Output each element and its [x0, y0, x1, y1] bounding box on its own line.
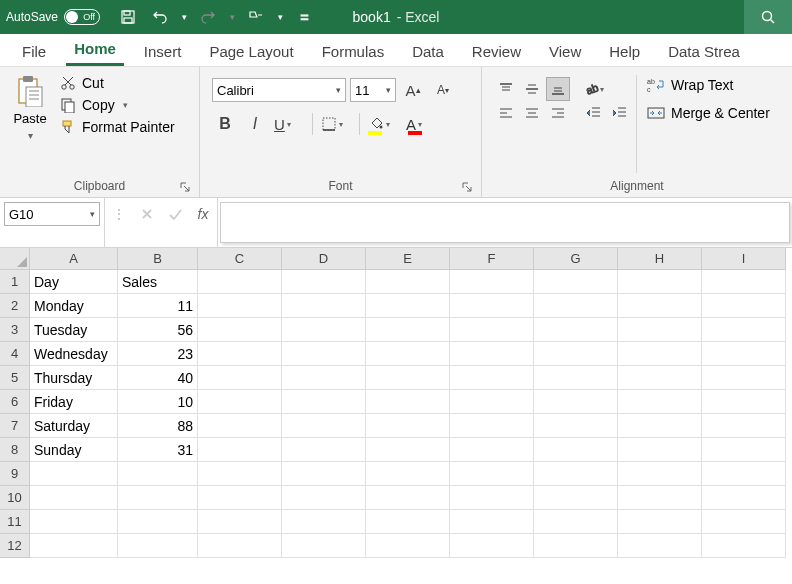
- cell-B1[interactable]: Sales: [118, 270, 198, 294]
- tab-file[interactable]: File: [14, 37, 54, 66]
- cell-E10[interactable]: [366, 486, 450, 510]
- cell-D5[interactable]: [282, 366, 366, 390]
- cell-I1[interactable]: [702, 270, 786, 294]
- tab-home[interactable]: Home: [66, 34, 124, 66]
- search-button[interactable]: [744, 0, 792, 34]
- autosave-toggle[interactable]: AutoSave Off: [6, 9, 100, 25]
- cell-D7[interactable]: [282, 414, 366, 438]
- cell-E5[interactable]: [366, 366, 450, 390]
- bold-button[interactable]: B: [212, 111, 238, 137]
- row-header-11[interactable]: 11: [0, 510, 30, 534]
- cell-B8[interactable]: 31: [118, 438, 198, 462]
- undo-icon[interactable]: [146, 3, 174, 31]
- cell-H9[interactable]: [618, 462, 702, 486]
- column-header-A[interactable]: A: [30, 248, 118, 270]
- cell-E9[interactable]: [366, 462, 450, 486]
- cell-G7[interactable]: [534, 414, 618, 438]
- tab-view[interactable]: View: [541, 37, 589, 66]
- orientation-icon[interactable]: ab▾: [582, 77, 606, 101]
- cell-G5[interactable]: [534, 366, 618, 390]
- cell-B7[interactable]: 88: [118, 414, 198, 438]
- cell-E12[interactable]: [366, 534, 450, 558]
- cell-E8[interactable]: [366, 438, 450, 462]
- row-header-2[interactable]: 2: [0, 294, 30, 318]
- cell-D3[interactable]: [282, 318, 366, 342]
- underline-button[interactable]: U▾: [272, 111, 306, 137]
- cell-F9[interactable]: [450, 462, 534, 486]
- increase-font-icon[interactable]: A▴: [400, 77, 426, 103]
- row-header-3[interactable]: 3: [0, 318, 30, 342]
- cell-E6[interactable]: [366, 390, 450, 414]
- cell-D11[interactable]: [282, 510, 366, 534]
- cell-G8[interactable]: [534, 438, 618, 462]
- cell-C12[interactable]: [198, 534, 282, 558]
- paste-dropdown-icon[interactable]: ▾: [28, 130, 33, 141]
- cell-D1[interactable]: [282, 270, 366, 294]
- cell-E11[interactable]: [366, 510, 450, 534]
- tab-data[interactable]: Data: [404, 37, 452, 66]
- cell-C10[interactable]: [198, 486, 282, 510]
- row-header-12[interactable]: 12: [0, 534, 30, 558]
- cell-E3[interactable]: [366, 318, 450, 342]
- cell-D4[interactable]: [282, 342, 366, 366]
- cell-H3[interactable]: [618, 318, 702, 342]
- cell-C4[interactable]: [198, 342, 282, 366]
- cell-A7[interactable]: Saturday: [30, 414, 118, 438]
- cell-F12[interactable]: [450, 534, 534, 558]
- cell-H8[interactable]: [618, 438, 702, 462]
- align-left-icon[interactable]: [494, 101, 518, 125]
- cell-F2[interactable]: [450, 294, 534, 318]
- cell-C8[interactable]: [198, 438, 282, 462]
- cell-H2[interactable]: [618, 294, 702, 318]
- cell-A8[interactable]: Sunday: [30, 438, 118, 462]
- tab-page-layout[interactable]: Page Layout: [201, 37, 301, 66]
- cell-B10[interactable]: [118, 486, 198, 510]
- touch-dropdown-icon[interactable]: ▾: [274, 3, 286, 31]
- column-header-H[interactable]: H: [618, 248, 702, 270]
- cell-D6[interactable]: [282, 390, 366, 414]
- cell-B11[interactable]: [118, 510, 198, 534]
- cell-F7[interactable]: [450, 414, 534, 438]
- cell-D10[interactable]: [282, 486, 366, 510]
- cell-A4[interactable]: Wednesday: [30, 342, 118, 366]
- cell-B12[interactable]: [118, 534, 198, 558]
- cell-H7[interactable]: [618, 414, 702, 438]
- column-header-F[interactable]: F: [450, 248, 534, 270]
- cell-I3[interactable]: [702, 318, 786, 342]
- cancel-formula-icon[interactable]: [133, 202, 161, 226]
- cell-A1[interactable]: Day: [30, 270, 118, 294]
- cell-G12[interactable]: [534, 534, 618, 558]
- format-painter-button[interactable]: Format Painter: [60, 119, 175, 135]
- cell-F10[interactable]: [450, 486, 534, 510]
- cell-B4[interactable]: 23: [118, 342, 198, 366]
- cell-D8[interactable]: [282, 438, 366, 462]
- cell-G6[interactable]: [534, 390, 618, 414]
- cell-H11[interactable]: [618, 510, 702, 534]
- cell-C11[interactable]: [198, 510, 282, 534]
- row-header-9[interactable]: 9: [0, 462, 30, 486]
- column-header-B[interactable]: B: [118, 248, 198, 270]
- row-header-5[interactable]: 5: [0, 366, 30, 390]
- tab-insert[interactable]: Insert: [136, 37, 190, 66]
- cell-H5[interactable]: [618, 366, 702, 390]
- redo-dropdown-icon[interactable]: ▾: [226, 3, 238, 31]
- row-header-1[interactable]: 1: [0, 270, 30, 294]
- save-icon[interactable]: [114, 3, 142, 31]
- cell-I10[interactable]: [702, 486, 786, 510]
- cell-F8[interactable]: [450, 438, 534, 462]
- cell-F6[interactable]: [450, 390, 534, 414]
- column-header-E[interactable]: E: [366, 248, 450, 270]
- cell-H4[interactable]: [618, 342, 702, 366]
- align-middle-icon[interactable]: [520, 77, 544, 101]
- cell-I12[interactable]: [702, 534, 786, 558]
- cell-E4[interactable]: [366, 342, 450, 366]
- cell-H10[interactable]: [618, 486, 702, 510]
- cell-G3[interactable]: [534, 318, 618, 342]
- cell-D12[interactable]: [282, 534, 366, 558]
- column-header-D[interactable]: D: [282, 248, 366, 270]
- borders-button[interactable]: ▾: [319, 111, 353, 137]
- decrease-font-icon[interactable]: A▾: [430, 77, 456, 103]
- italic-button[interactable]: I: [242, 111, 268, 137]
- font-size-selector[interactable]: 11▾: [350, 78, 396, 102]
- cell-F5[interactable]: [450, 366, 534, 390]
